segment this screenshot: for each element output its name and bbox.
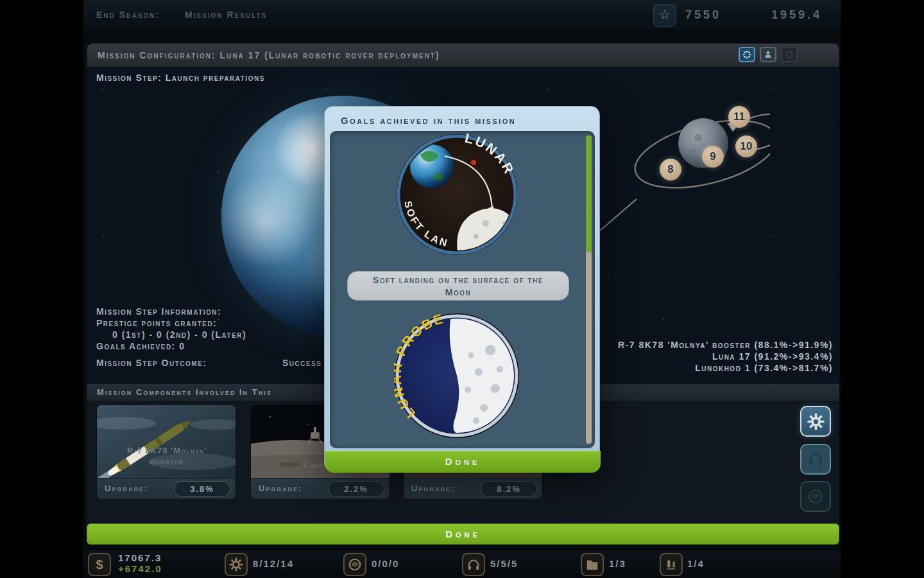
money-delta: +6742.0 [118,563,162,574]
headphones-box [462,553,485,576]
folder-box [581,553,604,576]
missions-count: 1/4 [687,558,705,569]
goals-modal-title: Goals achieved in this mission [341,115,516,126]
goal-caption: Soft landing on the surface of the Moon [347,271,569,301]
settings-button[interactable] [800,406,831,437]
top-bar: End Season: Mission Results ☆ 7550 1959.… [83,0,841,30]
capsule-icon [784,49,794,60]
upgrade-label: Upgrade: [105,484,148,493]
done-button-modal[interactable]: Done [325,451,601,473]
controllers-count: 5/5/5 [490,558,518,569]
crew-icon [763,49,773,60]
engineers-count: 8/12/14 [253,558,294,569]
crew-button[interactable] [760,47,776,62]
headphones-icon [466,557,481,572]
mission-config-title: Mission Configuration: Luna 17 (Lunar ro… [98,50,440,60]
orbit-node-9[interactable]: 9 [702,146,724,168]
outcome-value: Success [282,358,322,368]
orbit-dots-icon [742,49,752,60]
scrollbar-thumb[interactable] [586,136,592,252]
info-heading: Mission Step Information: [96,306,221,317]
upgrade-label: Upgrade: [411,484,455,493]
components-heading: Mission Components Involved In This [97,387,272,397]
goal-caption-text: Soft landing on the surface of the Moon [367,272,550,299]
season-label: End Season: [96,10,160,20]
headphones-icon [807,451,824,468]
prestige-badge: ☆ [653,4,676,27]
capsule-button[interactable] [781,47,798,62]
prestige-granted-label: Prestige points granted: [96,318,217,328]
upgrade-value-badge[interactable]: 8.2% [481,481,537,497]
upgrade-label: Upgrade: [259,484,302,493]
booster-image [97,405,236,480]
audio-button[interactable] [800,444,831,475]
goals-achieved: Goals Achieved: 0 [96,341,185,351]
orbit-dots-button[interactable] [739,47,755,62]
gear-icon [229,557,243,572]
folder-icon [585,557,599,572]
done-button-main[interactable]: Done [87,523,839,545]
star-icon: ☆ [659,7,671,22]
money-box: $ [88,553,111,576]
money-value: 17067.3 [118,552,162,563]
game-date: 1959.4 [771,8,822,22]
prestige-points: 7550 [685,8,721,22]
rockets-box [660,553,683,576]
patch-lunar-soft-landing: LUNAR SOFT LANDING [396,134,518,256]
upgrade-value-badge[interactable]: 3.8% [174,481,230,497]
rockets-icon [664,557,678,572]
dollar-icon: $ [96,557,103,572]
gear-icon [807,413,825,430]
scrollbar-track[interactable] [586,136,592,444]
helmet-box [343,553,366,576]
season-value: Mission Results [185,10,267,20]
patch-lunar-probe: LUNAR PROBE [394,313,520,439]
status-bar: $ 17067.3 +6742.0 8/12/14 0/0/0 [83,549,841,578]
programs-count: 1/3 [609,558,626,569]
header-buttons [739,47,798,62]
helmet-icon [807,488,824,505]
mission-step-label: Mission Step: Launch preparations [96,73,265,83]
upgrade-row: Upgrade: 3.8% [97,478,235,499]
helmet-button[interactable] [800,481,831,512]
prestige-granted-values: 0 (1st) - 0 (2nd) - 0 (Later) [112,329,246,340]
upgrade-value-badge[interactable]: 2.2% [328,481,384,497]
astronauts-count: 0/0/0 [372,558,399,569]
orbit-node-10[interactable]: 10 [735,136,757,157]
component-card-booster[interactable]: R-7 8K78 'Molnya' booster Upgrade: 3.8% [96,405,236,500]
goals-list: LUNAR SOFT LANDING Soft landing on the s… [330,131,595,448]
upgrade-row: Upgrade: 8.2% [404,478,542,499]
outcome-label: Mission Step Outcome: [96,358,207,368]
goals-modal: Goals achieved in this mission [324,106,600,472]
gear-box [225,553,248,576]
game-screen: End Season: Mission Results ☆ 7550 1959.… [0,0,924,578]
upgrade-row: Upgrade: 2.2% [251,478,389,499]
orbit-node-11[interactable]: 11 [728,106,750,128]
mission-config-header: Mission Configuration: Luna 17 (Lunar ro… [87,43,839,67]
component-name: R-7 8K78 'Molnya' booster [110,445,224,467]
orbit-node-8[interactable]: 8 [660,159,681,180]
helmet-icon [348,557,362,572]
